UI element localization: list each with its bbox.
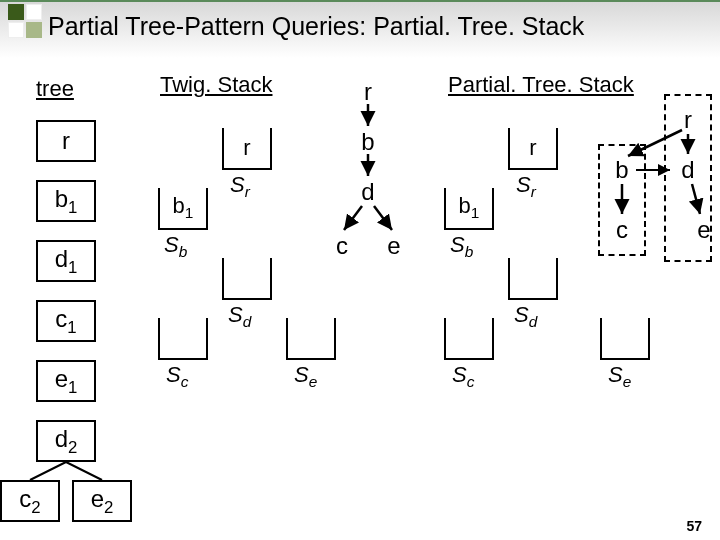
twig-sd-slot [222, 258, 272, 300]
pts-sr-label: Sr [516, 172, 536, 201]
tree-column-title: tree [36, 76, 74, 102]
pts-sr-slot: r [508, 128, 558, 170]
pts-sb-label: Sb [450, 232, 473, 261]
tree-node-r: r [36, 120, 96, 162]
twig-sb-label: Sb [164, 232, 187, 261]
tree-node-d1: d1 [36, 240, 96, 282]
slide-title: Partial Tree-Pattern Queries: Partial. T… [48, 12, 584, 41]
svg-line-0 [30, 462, 66, 480]
partialtreestack-column-title: Partial. Tree. Stack [448, 72, 634, 98]
slide-header: Partial Tree-Pattern Queries: Partial. T… [0, 0, 720, 58]
pts-sc-label: Sc [452, 362, 474, 391]
tree-node-e1: e1 [36, 360, 96, 402]
dashed-group-bc [598, 144, 646, 256]
pts-sd-label: Sd [514, 302, 537, 331]
twig-sc-label: Sc [166, 362, 188, 391]
tree-node-e2: e2 [72, 480, 132, 522]
twig-sr-slot: r [222, 128, 272, 170]
pattern-d: d [352, 176, 384, 208]
twig-sr-label: Sr [230, 172, 250, 201]
twig-sd-label: Sd [228, 302, 251, 331]
page-number: 57 [686, 518, 702, 534]
pts-se-slot [600, 318, 650, 360]
svg-line-1 [66, 462, 102, 480]
logo-icon [8, 4, 46, 42]
pattern-c: c [326, 230, 358, 262]
pts-sb-slot: b1 [444, 188, 494, 230]
twig-se-slot [286, 318, 336, 360]
pts-se-label: Se [608, 362, 631, 391]
tree-node-c1: c1 [36, 300, 96, 342]
tree-node-d2: d2 [36, 420, 96, 462]
pattern-b: b [352, 126, 384, 158]
twig-se-label: Se [294, 362, 317, 391]
pts-sc-slot [444, 318, 494, 360]
dashed-group-rde [664, 94, 712, 262]
slide-body: tree Twig. Stack Partial. Tree. Stack r … [0, 58, 720, 540]
tree-node-c2: c2 [0, 480, 60, 522]
pts-sd-slot [508, 258, 558, 300]
pattern-e: e [378, 230, 410, 262]
twig-sb-slot: b1 [158, 188, 208, 230]
tree-node-b1: b1 [36, 180, 96, 222]
svg-line-5 [374, 206, 392, 230]
svg-line-4 [344, 206, 362, 230]
twigstack-column-title: Twig. Stack [160, 72, 272, 98]
pattern-r: r [352, 76, 384, 108]
twig-sc-slot [158, 318, 208, 360]
